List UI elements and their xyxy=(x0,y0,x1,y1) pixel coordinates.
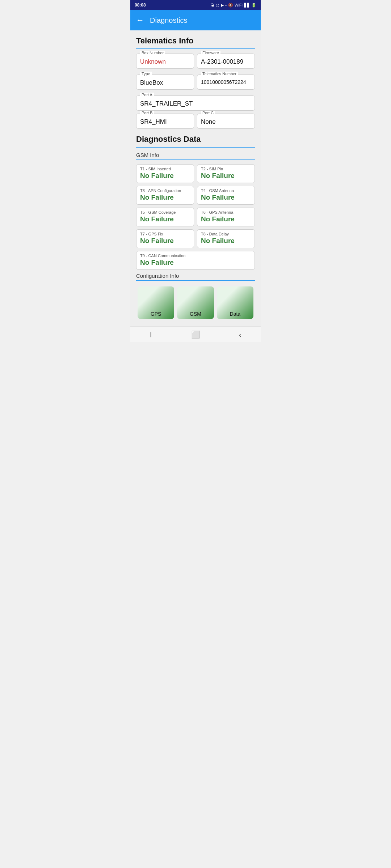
diag-row-t5-t6: T5 - GSM Coverage No Failure T6 - GPS An… xyxy=(136,208,255,226)
telematics-divider xyxy=(136,48,255,49)
field-firmware: Firmware A-2301-000189 xyxy=(197,54,255,69)
diag-t9: T9 - CAN Communication No Failure xyxy=(136,251,255,270)
diag-t1-value: No Failure xyxy=(140,172,190,180)
diag-t4-value: No Failure xyxy=(201,193,251,201)
gsm-info-label: GSM Info xyxy=(136,152,255,158)
diag-t3-value: No Failure xyxy=(140,193,190,201)
field-port-b-label: Port B xyxy=(140,111,154,115)
tile-data[interactable]: Data xyxy=(217,286,253,319)
diag-t4-label: T4 - GSM Antenna xyxy=(201,188,251,193)
diag-t3: T3 - APN Configuration No Failure xyxy=(136,186,194,205)
diag-t5-label: T5 - GSM Coverage xyxy=(140,210,190,214)
dot-icon: • xyxy=(225,3,227,7)
main-content: Telematics Info Box Number Unknown Firmw… xyxy=(130,30,261,326)
diagnostics-section-title: Diagnostics Data xyxy=(136,135,255,144)
field-firmware-value: A-2301-000189 xyxy=(201,58,251,65)
row-port-bc: Port B SR4_HMI Port C None xyxy=(136,114,255,132)
field-port-c-label: Port C xyxy=(201,111,215,115)
diag-t7: T7 - GPS Fix No Failure xyxy=(136,229,194,248)
diag-t9-value: No Failure xyxy=(140,259,251,267)
config-info-label: Configuration Info xyxy=(136,273,255,279)
diag-t1: T1 - SIM Inserted No Failure xyxy=(136,164,194,183)
field-port-c-value: None xyxy=(201,118,251,125)
nav-back-icon[interactable]: ‹ xyxy=(239,331,241,339)
wifi-icon: WiFi xyxy=(235,3,243,7)
diag-t5: T5 - GSM Coverage No Failure xyxy=(136,208,194,226)
row-box-firmware: Box Number Unknown Firmware A-2301-00018… xyxy=(136,54,255,72)
field-port-c: Port C None xyxy=(197,114,255,129)
config-info-divider xyxy=(136,280,255,281)
nav-home-icon[interactable]: ⬜ xyxy=(191,330,200,339)
bottom-tiles: GPS GSM Data xyxy=(136,285,255,320)
diag-row-t7-t8: T7 - GPS Fix No Failure T8 - Data Delay … xyxy=(136,229,255,248)
field-port-b-value: SR4_HMI xyxy=(140,118,190,125)
field-type: Type BlueBox xyxy=(136,75,194,90)
diag-row-t1-t2: T1 - SIM Inserted No Failure T2 - SIM Pi… xyxy=(136,164,255,183)
diag-t6-value: No Failure xyxy=(201,215,251,223)
app-bar-title: Diagnostics xyxy=(150,16,187,25)
nav-menu-icon[interactable]: ⦀ xyxy=(150,331,152,339)
app-bar: ← Diagnostics xyxy=(130,10,261,30)
diag-t1-label: T1 - SIM Inserted xyxy=(140,167,190,171)
status-bar: 08:08 🌤 ◎ ▶ • 🔇 WiFi ▋▋ 🔋 xyxy=(130,0,261,10)
tile-gsm-label: GSM xyxy=(190,311,201,319)
field-telematics-number: Telematics Number 1001000005672224 xyxy=(197,75,255,90)
diag-t7-label: T7 - GPS Fix xyxy=(140,232,190,236)
field-port-a: Port A SR4_TRAILER_ST xyxy=(136,95,255,111)
battery-icon: 🔋 xyxy=(251,3,256,8)
status-time: 08:08 xyxy=(135,3,146,8)
field-firmware-label: Firmware xyxy=(201,51,220,55)
field-type-label: Type xyxy=(140,72,152,76)
diag-t6: T6 - GPS Antenna No Failure xyxy=(197,208,255,226)
back-button[interactable]: ← xyxy=(136,16,144,25)
field-box-number-value: Unknown xyxy=(140,58,190,65)
tile-gps-label: GPS xyxy=(151,311,161,319)
field-box-number: Box Number Unknown xyxy=(136,54,194,69)
diag-t4: T4 - GSM Antenna No Failure xyxy=(197,186,255,205)
diag-t8-value: No Failure xyxy=(201,237,251,245)
diag-t9-label: T9 - CAN Communication xyxy=(140,254,251,258)
status-icons: 🌤 ◎ ▶ • 🔇 WiFi ▋▋ 🔋 xyxy=(210,3,256,8)
gsm-info-divider xyxy=(136,159,255,160)
tile-gsm[interactable]: GSM xyxy=(177,286,214,319)
diag-t7-value: No Failure xyxy=(140,237,190,245)
diag-row-t3-t4: T3 - APN Configuration No Failure T4 - G… xyxy=(136,186,255,205)
field-telematics-number-label: Telematics Number xyxy=(201,72,238,76)
signal-icon: ▋▋ xyxy=(244,3,250,8)
diag-t8: T8 - Data Delay No Failure xyxy=(197,229,255,248)
diag-t2: T2 - SIM Pin No Failure xyxy=(197,164,255,183)
row-type-telnumber: Type BlueBox Telematics Number 100100000… xyxy=(136,75,255,93)
diag-t3-label: T3 - APN Configuration xyxy=(140,188,190,193)
diag-t2-value: No Failure xyxy=(201,172,251,180)
diag-t2-label: T2 - SIM Pin xyxy=(201,167,251,171)
tile-data-label: Data xyxy=(230,311,241,319)
field-port-a-label: Port A xyxy=(140,93,154,97)
telematics-section-title: Telematics Info xyxy=(136,36,255,46)
field-port-b: Port B SR4_HMI xyxy=(136,114,194,129)
field-box-number-label: Box Number xyxy=(140,51,165,55)
diag-t6-label: T6 - GPS Antenna xyxy=(201,210,251,214)
youtube-icon: ▶ xyxy=(221,3,224,8)
weather-icon: 🌤 xyxy=(210,3,214,7)
field-port-a-value: SR4_TRAILER_ST xyxy=(140,100,251,107)
field-type-value: BlueBox xyxy=(140,79,190,86)
field-telematics-number-value: 1001000005672224 xyxy=(201,79,251,85)
mute-icon: 🔇 xyxy=(228,3,233,8)
eye-icon: ◎ xyxy=(216,3,219,8)
diagnostics-divider xyxy=(136,147,255,148)
diag-t5-value: No Failure xyxy=(140,215,190,223)
tile-gps[interactable]: GPS xyxy=(138,286,174,319)
nav-bar: ⦀ ⬜ ‹ xyxy=(130,326,261,342)
diag-t8-label: T8 - Data Delay xyxy=(201,232,251,236)
